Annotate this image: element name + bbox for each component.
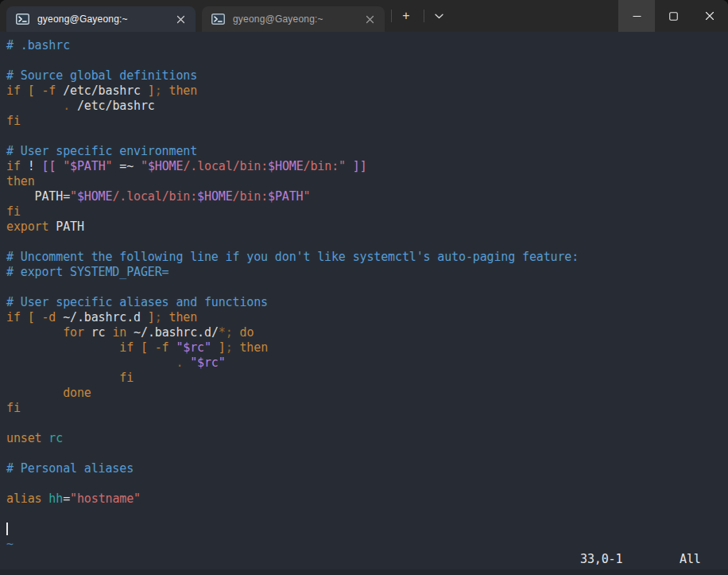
chevron-down-icon <box>435 14 443 19</box>
buffer-line: if [ -d ~/.bashrc.d ]; then <box>6 310 728 325</box>
buffer-line: # Uncomment the following line if you do… <box>6 250 728 265</box>
buffer-line: if ! [[ "$PATH" =~ "$HOME/.local/bin:$HO… <box>6 159 728 174</box>
empty-buffer-tilde: ~ <box>6 537 728 552</box>
buffer-line <box>6 129 728 144</box>
buffer-line: # User specific aliases and functions <box>6 295 728 310</box>
maximize-button[interactable] <box>655 0 691 32</box>
close-icon <box>176 15 185 24</box>
buffer-line: . /etc/bashrc <box>6 99 728 114</box>
buffer-line: # .bashrc <box>6 38 728 53</box>
buffer-line: if [ -f "$rc" ]; then <box>6 340 728 355</box>
new-tab-button[interactable]: + <box>395 5 417 27</box>
minimize-button[interactable] <box>618 0 655 32</box>
buffer-line: . "$rc" <box>6 355 728 371</box>
buffer-line: export PATH <box>6 220 728 235</box>
buffer-line <box>6 235 728 250</box>
terminal-app-icon <box>211 14 225 25</box>
buffer-line: fi <box>6 114 728 129</box>
buffer-line: # Personal aliases <box>6 461 728 476</box>
buffer-line: fi <box>6 371 728 386</box>
caption-buttons <box>618 0 728 32</box>
tabbar-divider <box>424 10 424 22</box>
titlebar[interactable]: gyeong@Gayeong:~ gyeong@Gayeong:~ + <box>0 0 728 32</box>
tab-title: gyeong@Gayeong:~ <box>37 14 173 25</box>
buffer-line <box>6 507 728 522</box>
window-bottom-edge <box>0 569 728 575</box>
buffer-line <box>6 522 728 537</box>
close-window-button[interactable] <box>691 0 728 32</box>
tabbar-divider <box>391 10 392 22</box>
close-icon <box>705 11 714 21</box>
tab-dropdown-button[interactable] <box>428 5 450 27</box>
tab-2[interactable]: gyeong@Gayeong:~ <box>202 6 385 32</box>
buffer-line <box>6 476 728 491</box>
terminal-window: gyeong@Gayeong:~ gyeong@Gayeong:~ + <box>0 0 728 575</box>
buffer-line: fi <box>6 204 728 220</box>
buffer-line: # Source global definitions <box>6 68 728 84</box>
buffer-line <box>6 446 728 461</box>
buffer-line: done <box>6 386 728 401</box>
tab-1[interactable]: gyeong@Gayeong:~ <box>6 6 196 32</box>
buffer: # .bashrc# Source global definitionsif [… <box>6 38 728 537</box>
maximize-icon <box>669 12 678 21</box>
buffer-line: PATH="$HOME/.local/bin:$HOME/bin:$PATH" <box>6 189 728 204</box>
scroll-position: All <box>680 552 701 567</box>
close-icon <box>366 15 374 24</box>
terminal-content[interactable]: # .bashrc# Source global definitionsif [… <box>0 32 728 575</box>
tab-close-button[interactable] <box>173 12 188 26</box>
cursor-position-ruler: 33,0-1 <box>580 552 622 567</box>
buffer-line: then <box>6 174 728 189</box>
tab-title: gyeong@Gayeong:~ <box>233 14 362 25</box>
minimize-icon <box>633 12 641 21</box>
buffer-line: for rc in ~/.bashrc.d/*; do <box>6 325 728 340</box>
buffer-line <box>6 416 728 431</box>
buffer-line <box>6 280 728 295</box>
buffer-line: # export SYSTEMD_PAGER= <box>6 265 728 280</box>
buffer-line <box>6 53 728 68</box>
text-cursor <box>6 523 8 535</box>
buffer-line: unset rc <box>6 431 728 446</box>
buffer-line: alias hh="hostname" <box>6 491 728 507</box>
buffer-line: if [ -f /etc/bashrc ]; then <box>6 84 728 99</box>
vim-statusline: 33,0-1 All <box>0 552 728 567</box>
buffer-line: fi <box>6 401 728 416</box>
tab-close-button[interactable] <box>362 12 377 26</box>
terminal-app-icon <box>16 14 29 25</box>
buffer-line: # User specific environment <box>6 144 728 159</box>
